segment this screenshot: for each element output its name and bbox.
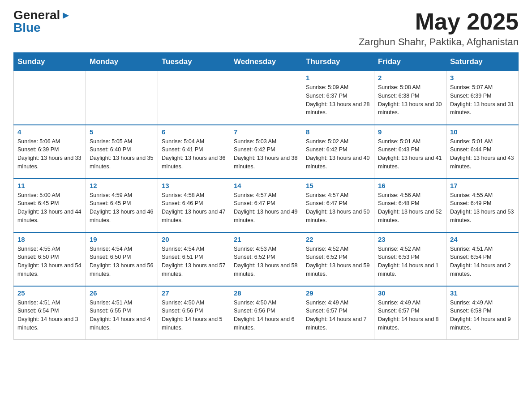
col-header-monday: Monday <box>86 53 158 71</box>
calendar-cell: 19Sunrise: 4:54 AM Sunset: 6:50 PM Dayli… <box>86 232 158 286</box>
day-info: Sunrise: 4:52 AM Sunset: 6:52 PM Dayligh… <box>306 245 370 278</box>
day-number: 11 <box>17 182 82 189</box>
calendar-cell: 1Sunrise: 5:09 AM Sunset: 6:37 PM Daylig… <box>302 71 374 125</box>
calendar-cell: 15Sunrise: 4:57 AM Sunset: 6:47 PM Dayli… <box>302 179 374 232</box>
day-number: 12 <box>90 182 154 189</box>
calendar-cell: 16Sunrise: 4:56 AM Sunset: 6:48 PM Dayli… <box>374 179 446 232</box>
calendar-cell: 29Sunrise: 4:49 AM Sunset: 6:57 PM Dayli… <box>302 286 374 340</box>
day-number: 6 <box>162 128 226 136</box>
day-number: 5 <box>90 128 154 136</box>
day-number: 26 <box>90 289 154 297</box>
calendar-week-row: 11Sunrise: 5:00 AM Sunset: 6:45 PM Dayli… <box>14 179 519 232</box>
day-number: 7 <box>234 128 298 136</box>
calendar-cell: 22Sunrise: 4:52 AM Sunset: 6:52 PM Dayli… <box>302 232 374 286</box>
logo-arrow-icon <box>61 11 71 21</box>
day-info: Sunrise: 4:54 AM Sunset: 6:51 PM Dayligh… <box>162 245 226 278</box>
calendar-cell <box>86 71 158 125</box>
day-number: 29 <box>306 289 370 297</box>
calendar-cell: 13Sunrise: 4:58 AM Sunset: 6:46 PM Dayli… <box>158 179 230 232</box>
col-header-thursday: Thursday <box>302 53 374 71</box>
day-number: 24 <box>450 235 515 243</box>
day-info: Sunrise: 4:49 AM Sunset: 6:57 PM Dayligh… <box>306 299 370 332</box>
col-header-tuesday: Tuesday <box>158 53 230 71</box>
calendar-cell <box>14 71 86 125</box>
day-info: Sunrise: 4:50 AM Sunset: 6:56 PM Dayligh… <box>162 299 226 332</box>
calendar-cell: 25Sunrise: 4:51 AM Sunset: 6:54 PM Dayli… <box>14 286 86 340</box>
day-number: 30 <box>378 289 442 297</box>
calendar-cell: 8Sunrise: 5:02 AM Sunset: 6:42 PM Daylig… <box>302 125 374 179</box>
day-number: 14 <box>234 182 298 189</box>
day-info: Sunrise: 5:06 AM Sunset: 6:39 PM Dayligh… <box>17 137 82 171</box>
calendar-cell: 17Sunrise: 4:55 AM Sunset: 6:49 PM Dayli… <box>446 179 519 232</box>
title-block: May 2025 Zarghun Shahr, Paktika, Afghani… <box>359 9 519 48</box>
calendar-cell: 12Sunrise: 4:59 AM Sunset: 6:45 PM Dayli… <box>86 179 158 232</box>
day-info: Sunrise: 5:02 AM Sunset: 6:42 PM Dayligh… <box>306 137 370 171</box>
day-info: Sunrise: 4:55 AM Sunset: 6:49 PM Dayligh… <box>450 191 515 225</box>
day-number: 31 <box>450 289 515 297</box>
calendar-header-row: SundayMondayTuesdayWednesdayThursdayFrid… <box>14 53 519 71</box>
calendar-cell: 28Sunrise: 4:50 AM Sunset: 6:56 PM Dayli… <box>230 286 302 340</box>
calendar-cell: 23Sunrise: 4:52 AM Sunset: 6:53 PM Dayli… <box>374 232 446 286</box>
day-info: Sunrise: 4:58 AM Sunset: 6:46 PM Dayligh… <box>162 191 226 225</box>
day-info: Sunrise: 4:51 AM Sunset: 6:55 PM Dayligh… <box>90 299 154 332</box>
calendar-cell: 27Sunrise: 4:50 AM Sunset: 6:56 PM Dayli… <box>158 286 230 340</box>
day-number: 28 <box>234 289 298 297</box>
calendar-week-row: 25Sunrise: 4:51 AM Sunset: 6:54 PM Dayli… <box>14 286 519 340</box>
day-number: 22 <box>306 235 370 243</box>
day-info: Sunrise: 4:51 AM Sunset: 6:54 PM Dayligh… <box>17 299 82 332</box>
calendar-cell: 9Sunrise: 5:01 AM Sunset: 6:43 PM Daylig… <box>374 125 446 179</box>
calendar-cell: 31Sunrise: 4:49 AM Sunset: 6:58 PM Dayli… <box>446 286 519 340</box>
calendar-cell: 6Sunrise: 5:04 AM Sunset: 6:41 PM Daylig… <box>158 125 230 179</box>
day-number: 27 <box>162 289 226 297</box>
day-number: 1 <box>306 74 370 81</box>
day-info: Sunrise: 4:55 AM Sunset: 6:50 PM Dayligh… <box>17 245 82 278</box>
day-number: 13 <box>162 182 226 189</box>
day-number: 2 <box>378 74 442 81</box>
calendar-cell: 26Sunrise: 4:51 AM Sunset: 6:55 PM Dayli… <box>86 286 158 340</box>
day-info: Sunrise: 4:52 AM Sunset: 6:53 PM Dayligh… <box>378 245 442 278</box>
calendar-cell: 3Sunrise: 5:07 AM Sunset: 6:39 PM Daylig… <box>446 71 519 125</box>
calendar-cell: 5Sunrise: 5:05 AM Sunset: 6:40 PM Daylig… <box>86 125 158 179</box>
logo-general: General <box>13 9 60 21</box>
day-info: Sunrise: 5:03 AM Sunset: 6:42 PM Dayligh… <box>234 137 298 171</box>
day-number: 8 <box>306 128 370 136</box>
logo: General Blue <box>13 9 71 34</box>
day-number: 9 <box>378 128 442 136</box>
calendar-location: Zarghun Shahr, Paktika, Afghanistan <box>359 36 519 48</box>
day-number: 17 <box>450 182 515 189</box>
day-info: Sunrise: 4:54 AM Sunset: 6:50 PM Dayligh… <box>90 245 154 278</box>
day-info: Sunrise: 5:05 AM Sunset: 6:40 PM Dayligh… <box>90 137 154 171</box>
day-info: Sunrise: 4:50 AM Sunset: 6:56 PM Dayligh… <box>234 299 298 332</box>
day-info: Sunrise: 5:08 AM Sunset: 6:38 PM Dayligh… <box>378 83 442 117</box>
day-number: 4 <box>17 128 82 136</box>
day-info: Sunrise: 5:00 AM Sunset: 6:45 PM Dayligh… <box>17 191 82 225</box>
day-info: Sunrise: 5:01 AM Sunset: 6:44 PM Dayligh… <box>450 137 515 171</box>
day-info: Sunrise: 5:09 AM Sunset: 6:37 PM Dayligh… <box>306 83 370 117</box>
svg-marker-0 <box>63 13 69 19</box>
day-info: Sunrise: 5:04 AM Sunset: 6:41 PM Dayligh… <box>162 137 226 171</box>
day-number: 20 <box>162 235 226 243</box>
calendar-title: May 2025 <box>359 9 519 34</box>
day-number: 21 <box>234 235 298 243</box>
day-number: 3 <box>450 74 515 81</box>
day-info: Sunrise: 4:53 AM Sunset: 6:52 PM Dayligh… <box>234 245 298 278</box>
calendar-cell: 18Sunrise: 4:55 AM Sunset: 6:50 PM Dayli… <box>14 232 86 286</box>
calendar-cell: 10Sunrise: 5:01 AM Sunset: 6:44 PM Dayli… <box>446 125 519 179</box>
calendar-cell: 21Sunrise: 4:53 AM Sunset: 6:52 PM Dayli… <box>230 232 302 286</box>
calendar-cell: 14Sunrise: 4:57 AM Sunset: 6:47 PM Dayli… <box>230 179 302 232</box>
calendar-cell: 4Sunrise: 5:06 AM Sunset: 6:39 PM Daylig… <box>14 125 86 179</box>
col-header-sunday: Sunday <box>14 53 86 71</box>
calendar-cell: 30Sunrise: 4:49 AM Sunset: 6:57 PM Dayli… <box>374 286 446 340</box>
day-number: 10 <box>450 128 515 136</box>
day-info: Sunrise: 4:49 AM Sunset: 6:58 PM Dayligh… <box>450 299 515 332</box>
day-info: Sunrise: 4:57 AM Sunset: 6:47 PM Dayligh… <box>234 191 298 225</box>
day-number: 16 <box>378 182 442 189</box>
logo-blue: Blue <box>13 21 41 34</box>
col-header-saturday: Saturday <box>446 53 519 71</box>
day-number: 18 <box>17 235 82 243</box>
day-number: 25 <box>17 289 82 297</box>
col-header-friday: Friday <box>374 53 446 71</box>
calendar-week-row: 4Sunrise: 5:06 AM Sunset: 6:39 PM Daylig… <box>14 125 519 179</box>
calendar-cell: 24Sunrise: 4:51 AM Sunset: 6:54 PM Dayli… <box>446 232 519 286</box>
calendar-table: SundayMondayTuesdayWednesdayThursdayFrid… <box>13 52 519 340</box>
